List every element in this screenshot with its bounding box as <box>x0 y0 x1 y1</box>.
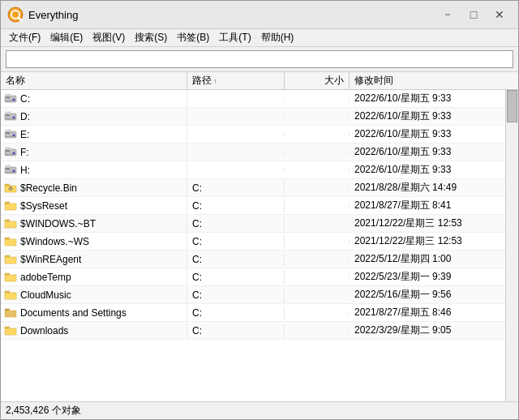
svg-rect-8 <box>6 95 10 96</box>
cell-path: C: <box>187 252 285 267</box>
name-text: $SysReset <box>20 200 67 212</box>
file-icon <box>4 289 17 302</box>
name-text: E: <box>20 129 29 140</box>
table-row[interactable]: H: 2022/6/10/星期五 9:33 <box>1 161 505 179</box>
svg-rect-6 <box>5 101 16 101</box>
svg-rect-16 <box>6 132 10 134</box>
cell-modified: 2021/12/22/星期三 12:53 <box>350 215 505 232</box>
table-row[interactable]: ♻ $Recycle.Bin C: 2021/8/28/星期六 14:49 <box>1 179 505 197</box>
cell-name: Downloads <box>1 323 187 339</box>
cell-path <box>187 151 285 154</box>
name-text: D: <box>20 111 30 122</box>
table-row[interactable]: $WinREAgent C: 2022/5/12/星期四 1:00 <box>1 251 505 268</box>
cell-name: C: <box>1 91 187 107</box>
cell-size <box>285 276 350 279</box>
file-icon <box>4 235 17 248</box>
svg-text:♻: ♻ <box>8 186 13 191</box>
cell-modified: 2022/6/10/星期五 9:33 <box>350 90 505 107</box>
menu-view[interactable]: 视图(V) <box>88 29 130 46</box>
cell-name: $SysReset <box>1 198 187 214</box>
cell-modified: 2021/8/28/星期六 14:49 <box>350 179 505 196</box>
cell-modified: 2021/8/27/星期五 8:46 <box>350 304 505 321</box>
cell-size <box>285 329 350 332</box>
main-window: Everything － □ ✕ 文件(F) 编辑(E) 视图(V) 搜索(S)… <box>0 0 519 420</box>
name-text: adobeTemp <box>20 272 71 283</box>
file-icon <box>4 164 17 177</box>
cell-path: C: <box>187 181 285 195</box>
header-path[interactable]: 路径 ↑ <box>187 72 285 89</box>
table-row[interactable]: $WINDOWS.~BT C: 2021/12/22/星期三 12:53 <box>1 215 505 233</box>
menu-tools[interactable]: 工具(T) <box>214 29 255 46</box>
table-row[interactable]: Documents and Settings C: 2021/8/27/星期五 … <box>1 304 505 322</box>
cell-name: $WINDOWS.~BT <box>1 216 187 232</box>
close-button[interactable]: ✕ <box>487 6 512 24</box>
scrollbar-track[interactable] <box>505 90 518 401</box>
svg-rect-18 <box>5 136 16 137</box>
name-text: F: <box>20 147 29 158</box>
cell-size <box>285 204 350 208</box>
header-modified[interactable]: 修改时间 <box>350 72 505 89</box>
header-size[interactable]: 大小 <box>285 72 350 89</box>
file-icon: ♻ <box>4 182 17 195</box>
menu-search[interactable]: 搜索(S) <box>130 29 172 46</box>
cell-name: $WinREAgent <box>1 251 187 268</box>
svg-rect-22 <box>6 150 10 152</box>
name-text: C: <box>20 93 30 105</box>
minimize-button[interactable]: － <box>435 6 460 24</box>
title-bar: Everything － □ ✕ <box>1 1 518 29</box>
cell-modified: 2022/5/23/星期一 9:39 <box>350 268 505 285</box>
name-text: $WINDOWS.~BT <box>20 218 96 229</box>
cell-path: C: <box>187 270 285 285</box>
svg-rect-10 <box>6 114 10 116</box>
cell-path: C: <box>187 324 285 338</box>
status-text: 2,453,426 个对象 <box>6 404 81 418</box>
status-bar: 2,453,426 个对象 <box>1 401 518 419</box>
cell-name: Documents and Settings <box>1 305 187 321</box>
file-icon <box>4 128 17 141</box>
name-text: H: <box>20 165 30 176</box>
file-icon <box>4 110 17 123</box>
menu-file[interactable]: 文件(F) <box>4 29 45 46</box>
app-icon <box>7 6 24 23</box>
table-row[interactable]: $SysReset C: 2021/8/27/星期五 8:41 <box>1 197 505 215</box>
table-row[interactable]: adobeTemp C: 2022/5/23/星期一 9:39 <box>1 268 505 286</box>
table-row[interactable]: Downloads C: 2022/3/29/星期二 9:05 <box>1 322 505 340</box>
maximize-button[interactable]: □ <box>461 6 486 24</box>
table-row[interactable]: $Windows.~WS C: 2021/12/22/星期三 12:53 <box>1 233 505 251</box>
window-controls: － □ ✕ <box>435 6 512 24</box>
table-row[interactable]: CloudMusic C: 2022/5/16/星期一 9:56 <box>1 286 505 304</box>
cell-name: H: <box>1 162 187 178</box>
cell-size <box>285 222 350 225</box>
cell-name: ♻ $Recycle.Bin <box>1 180 187 196</box>
table-row[interactable]: F: 2022/6/10/星期五 9:33 <box>1 144 505 161</box>
search-bar <box>1 47 518 72</box>
cell-path: C: <box>187 288 285 302</box>
menu-bookmarks[interactable]: 书签(B) <box>172 29 214 46</box>
cell-path <box>187 133 285 136</box>
menu-help[interactable]: 帮助(H) <box>256 29 299 46</box>
file-icon <box>4 306 17 319</box>
file-icon <box>4 92 17 105</box>
scrollbar-thumb[interactable] <box>507 90 517 122</box>
cell-name: $Windows.~WS <box>1 234 187 250</box>
table-row[interactable]: E: 2022/6/10/星期五 9:33 <box>1 126 505 144</box>
cell-size <box>285 311 350 315</box>
name-text: $Recycle.Bin <box>20 182 77 194</box>
svg-rect-24 <box>5 154 16 155</box>
cell-path: C: <box>187 199 285 213</box>
cell-size <box>285 169 350 172</box>
cell-size <box>285 294 350 297</box>
cell-modified: 2022/6/10/星期五 9:33 <box>350 144 505 161</box>
table-body: C: 2022/6/10/星期五 9:33 D: 2022/6/10/星期五 9… <box>1 90 518 401</box>
cell-name: F: <box>1 144 187 161</box>
search-input[interactable] <box>6 50 513 68</box>
table-row[interactable]: C: 2022/6/10/星期五 9:33 <box>1 90 505 108</box>
table-row[interactable]: D: 2022/6/10/星期五 9:33 <box>1 108 505 126</box>
menu-edit[interactable]: 编辑(E) <box>45 29 88 46</box>
cell-modified: 2022/6/10/星期五 9:33 <box>350 108 505 125</box>
name-text: Downloads <box>20 325 68 336</box>
cell-path <box>187 115 285 118</box>
sort-arrow-path: ↑ <box>213 77 217 85</box>
cell-modified: 2021/8/27/星期五 8:41 <box>350 197 505 214</box>
header-name[interactable]: 名称 <box>1 72 187 89</box>
